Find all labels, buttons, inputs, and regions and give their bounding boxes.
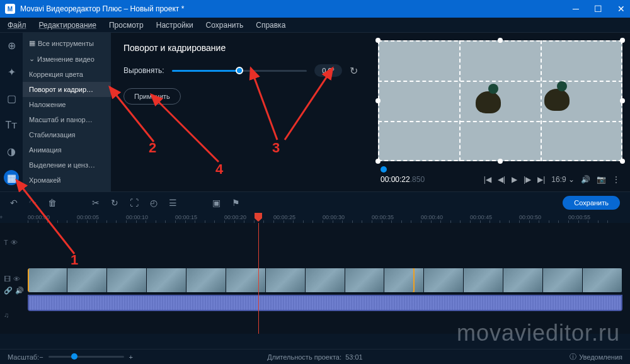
volume-icon[interactable]: 🔊 bbox=[581, 175, 590, 184]
add-icon[interactable]: ⊕ bbox=[4, 38, 19, 53]
chevron-down-icon: ⌄ bbox=[29, 55, 35, 63]
notifications-button[interactable]: ⓘУведомления bbox=[570, 352, 622, 361]
slider-thumb[interactable] bbox=[236, 67, 243, 74]
undo-icon[interactable]: ↶ bbox=[10, 198, 18, 208]
preview-time: 00:00:22.850 bbox=[381, 175, 425, 184]
timeline-toolbar: ↶ ↷ 🗑 ✂ ↻ ⛶ ◴ ☰ ▣ ⚑ Сохранить bbox=[0, 191, 630, 213]
tool-stabilization[interactable]: Стабилизация bbox=[23, 127, 111, 142]
export-button[interactable]: Сохранить bbox=[563, 196, 620, 210]
ruler-label: 00:00:35 bbox=[372, 214, 394, 220]
play-icon[interactable]: ▶ bbox=[512, 175, 517, 184]
menu-save[interactable]: Сохранить bbox=[206, 21, 244, 30]
menu-file[interactable]: Файл bbox=[8, 21, 26, 30]
status-bar: Масштаб: − + Длительность проекта: 53:01… bbox=[0, 349, 630, 364]
ruler-label: 00:00:30 bbox=[323, 214, 345, 220]
skip-start-icon[interactable]: |◀ bbox=[484, 175, 491, 184]
tool-highlight-censor[interactable]: Выделение и ценз… bbox=[23, 157, 111, 173]
prev-frame-icon[interactable]: ◀| bbox=[498, 175, 505, 184]
zoom-in-button[interactable]: + bbox=[129, 353, 133, 361]
sidebar-tools: ⊕ ✦ ▢ Tᴛ ◑ ▦ bbox=[0, 33, 23, 191]
rotate-icon[interactable]: ↻ bbox=[111, 198, 118, 208]
snapshot-icon[interactable]: 📷 bbox=[597, 175, 606, 184]
video-preview[interactable] bbox=[378, 40, 622, 161]
zoom-out-button[interactable]: − bbox=[39, 353, 43, 361]
grid-icon[interactable]: ▦ bbox=[4, 170, 19, 185]
ruler-label: 00:00:45 bbox=[470, 214, 492, 220]
wand-icon[interactable]: ✦ bbox=[4, 64, 19, 79]
all-tools-item[interactable]: ▦Все инструменты bbox=[23, 35, 111, 51]
ruler-label: 00:00:00 bbox=[28, 214, 50, 220]
menu-view[interactable]: Просмотр bbox=[109, 21, 144, 30]
clock-icon[interactable]: ◴ bbox=[150, 198, 158, 208]
ruler-label: 00:00:15 bbox=[175, 214, 197, 220]
ruler-label: 00:00:55 bbox=[568, 214, 590, 220]
angle-value[interactable]: 0,0° bbox=[314, 64, 342, 77]
timeline-tracks: T👁 🎞👁 🔗🔊 ♫ bbox=[0, 223, 630, 334]
crop-icon[interactable]: ⛶ bbox=[130, 198, 139, 208]
panel-title: Поворот и кадрирование bbox=[123, 43, 358, 53]
skip-end-icon[interactable]: ▶| bbox=[537, 175, 545, 184]
marker-icon[interactable]: ⚑ bbox=[232, 198, 240, 208]
reset-icon[interactable]: ↻ bbox=[350, 65, 358, 77]
delete-icon[interactable]: 🗑 bbox=[48, 198, 57, 208]
text-track-icon[interactable]: T bbox=[4, 239, 8, 246]
link-icon[interactable]: 🔗 bbox=[4, 287, 13, 295]
audio-track[interactable] bbox=[28, 295, 622, 311]
video-track-icon[interactable]: 🎞 bbox=[4, 275, 11, 283]
ruler-label: 00:00:20 bbox=[224, 214, 246, 220]
menubar: Файл Редактирование Просмотр Настройки С… bbox=[0, 18, 630, 33]
angle-slider[interactable] bbox=[172, 70, 307, 72]
properties-panel: Поворот и кадрирование Выровнять: 0,0° ↻… bbox=[111, 33, 370, 191]
titlebar: M Movavi Видеоредактор Плюс – Новый прое… bbox=[0, 0, 630, 18]
music-track-icon[interactable]: ♫ bbox=[4, 311, 9, 319]
maximize-button[interactable]: ☐ bbox=[594, 4, 602, 14]
ruler-label: 00:00:25 bbox=[273, 214, 295, 220]
ruler-label: 00:00:10 bbox=[126, 214, 148, 220]
cut-icon[interactable]: ✂ bbox=[92, 198, 100, 208]
apply-button[interactable]: Применить bbox=[123, 88, 181, 105]
add-track-icon[interactable]: ≡+ bbox=[0, 214, 3, 220]
minimize-button[interactable]: ─ bbox=[573, 4, 579, 14]
tool-overlay[interactable]: Наложение bbox=[23, 97, 111, 112]
menu-edit[interactable]: Редактирование bbox=[39, 21, 96, 30]
app-icon: M bbox=[5, 4, 15, 14]
video-track[interactable] bbox=[28, 268, 622, 292]
redo-icon[interactable]: ↷ bbox=[29, 198, 37, 208]
tool-list: ▦Все инструменты ⌄Изменение видео Коррек… bbox=[23, 33, 111, 191]
info-icon: ⓘ bbox=[570, 352, 576, 361]
watermark: movavieditor.ru bbox=[457, 320, 620, 346]
next-frame-icon[interactable]: |▶ bbox=[524, 175, 531, 184]
ruler-label: 00:00:05 bbox=[77, 214, 99, 220]
preview-pane: 00:00:22.850 |◀ ◀| ▶ |▶ ▶| 16:9 ⌄ 🔊 📷 ⋮ bbox=[370, 33, 630, 191]
align-label: Выровнять: bbox=[123, 66, 164, 75]
more-icon[interactable]: ⋮ bbox=[612, 175, 620, 184]
timeline-ruler[interactable]: ≡+ 00:00:0000:00:0500:00:1000:00:1500:00… bbox=[0, 213, 630, 223]
close-button[interactable]: ✕ bbox=[617, 4, 625, 14]
tool-color-correction[interactable]: Коррекция цвета bbox=[23, 67, 111, 82]
ruler-label: 00:00:50 bbox=[519, 214, 541, 220]
tool-animation[interactable]: Анимация bbox=[23, 142, 111, 157]
speaker-icon[interactable]: 🔊 bbox=[15, 287, 24, 295]
menu-help[interactable]: Справка bbox=[256, 21, 285, 30]
preview-seekbar[interactable] bbox=[375, 166, 625, 173]
tool-rotate-crop[interactable]: Поворот и кадрир… bbox=[23, 82, 111, 97]
tool-recognition[interactable]: Распознавание с… bbox=[23, 188, 111, 191]
tool-pan-zoom[interactable]: Масштаб и панор… bbox=[23, 112, 111, 127]
zoom-label: Масштаб: bbox=[8, 353, 39, 361]
aspect-dropdown[interactable]: 16:9 ⌄ bbox=[551, 175, 575, 184]
ruler-label: 00:00:40 bbox=[421, 214, 443, 220]
project-duration: Длительность проекта: 53:01 bbox=[267, 353, 362, 361]
menu-settings[interactable]: Настройки bbox=[156, 21, 193, 30]
eye-icon[interactable]: 👁 bbox=[13, 275, 20, 283]
adjust-icon[interactable]: ☰ bbox=[169, 198, 177, 208]
text-icon[interactable]: Tᴛ bbox=[4, 117, 19, 132]
window-title: Movavi Видеоредактор Плюс – Новый проект… bbox=[20, 4, 184, 13]
tool-chromakey[interactable]: Хромакей bbox=[23, 173, 111, 188]
transition-icon[interactable]: ▣ bbox=[212, 198, 220, 208]
eye-icon[interactable]: 👁 bbox=[11, 239, 18, 246]
playhead[interactable] bbox=[258, 223, 259, 334]
frame-icon[interactable]: ▢ bbox=[4, 91, 19, 106]
moon-icon[interactable]: ◑ bbox=[4, 144, 19, 159]
group-header[interactable]: ⌄Изменение видео bbox=[23, 51, 111, 67]
zoom-slider[interactable] bbox=[49, 356, 124, 358]
